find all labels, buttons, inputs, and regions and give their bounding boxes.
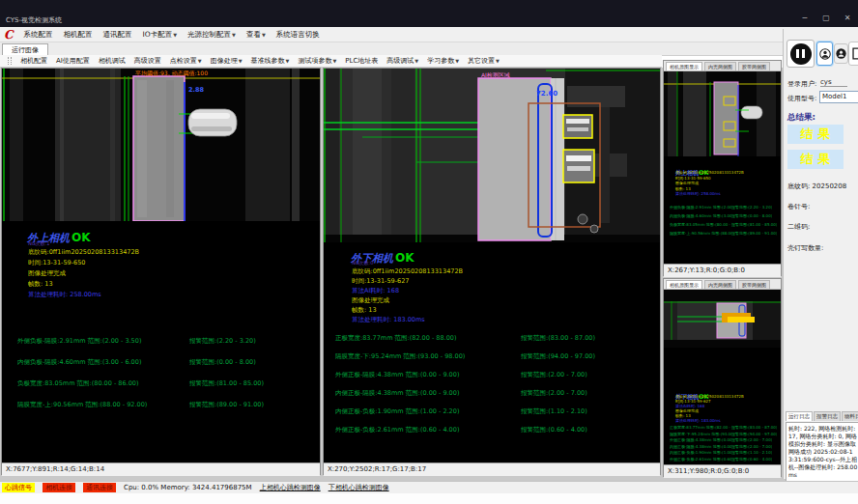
toolbar-button[interactable]: 图像处理▼ [211,56,243,66]
chevron-down-icon: ▼ [286,58,290,64]
alarm-range: 报警范围:(0.00 - 8.00) [731,211,772,220]
toolbar-button[interactable]: 点检设置▼ [170,56,202,66]
log-tab[interactable]: 报警日志 [814,411,841,421]
alarm-range: 报警范围:(89.00 - 91.00) [189,401,264,409]
thumb-view-tab[interactable]: 胶带两侧图 [738,280,770,289]
thumb-bottom-panel: 相机原图显示内壳两侧图胶带两侧图 外下相机OK 底纹码:0ff1iim20250… [663,278,782,477]
menu-item[interactable]: 查看▼ [246,30,266,40]
thumb-view-tab[interactable]: 相机原图显示 [666,280,702,289]
toolbar-button[interactable]: 高级设置▼ [134,56,161,66]
toolbar-button[interactable]: 其它设置▼ [468,56,500,66]
mid-camera-pixel-status: X:270;Y:2502;R:17;G:17;B:17 [324,462,660,476]
camera-info-line: 时间:13-31-59-627 [352,276,463,286]
measurement-row: 正极宽度:83.77mm 范围:(82.00 - 88.00) 报警范围:(83… [335,334,595,343]
mid-camera-panel: AI检测区域 72.60 外下相机OK NG次数:0 底纹码:0ff1iim20… [323,68,661,475]
camera-info-line: 图像处理完成 [352,295,463,305]
cpu-memory-status: Cpu: 0.0% Memory: 3424.41796875M [124,484,252,491]
toolbar-button[interactable]: 测试项参数▼ [298,56,336,66]
measure-overlay-label: 2.88 [188,86,205,94]
chevron-down-icon: ▼ [455,58,459,64]
top-camera-heartbeat-link[interactable]: 上相机心跳检测图像 [260,483,321,492]
app-logo-icon: C [4,29,14,41]
alarm-range: 报警范围:(2.00 - 7.00) [521,389,587,398]
toolbar-button[interactable]: AI使用配置▼ [56,56,90,66]
thumb-view-tab[interactable]: 相机原图显示 [666,62,702,70]
measurement-row: 内侧正极-负极:1.90mm 范围:(1.00 - 2.20) 报警范围:(1.… [335,407,595,416]
alarm-range: 报警范围:(2.00 - 7.00) [521,371,587,379]
operator-user-button[interactable] [816,42,833,66]
toolbar-button[interactable]: 基准线参数▼ [251,56,290,66]
toolbar-button[interactable]: 相机配置▼ [20,56,47,66]
admin-user-button[interactable] [834,43,848,64]
menu-item[interactable]: 通讯配置▼ [103,30,132,40]
logout-door-icon [851,46,858,61]
app-statusbar: 心跳信号 相机连接 通讯连接 Cpu: 0.0% Memory: 3424.41… [0,481,858,493]
chevron-down-icon: ▼ [332,58,336,64]
pause-button[interactable] [786,40,815,68]
minimize-button[interactable]: ─ [798,14,812,22]
result-ok-badge: OK [72,231,91,244]
chevron-down-icon: ▼ [262,32,266,38]
measurement-value: 内侧负极-隔膜:4.60mm 范围:(3.00 - 6.00) [670,211,731,220]
log-box[interactable]: 耗时: 222, 网络检测耗时: 17, 网络分类耗时: 0, 网络模拟分类耗时… [786,422,858,482]
thumb-view-tab[interactable]: 内壳两侧图 [704,280,736,289]
menu-item[interactable]: 系统语言切换▼ [276,30,320,40]
measurement-value: 隔膜宽度-下:95.24mm 范围:(93.00 - 98.00) [335,352,521,361]
pin-label: 卷针号: [787,202,810,211]
measure-overlay-label: 72.60 [536,90,558,98]
camera-info-line: 底纹码:0ff1iim2025020813313472B [28,247,139,258]
measurement-row: 内侧负极-隔膜:4.60mm 范围:(3.00 - 6.00) 报警范围:(0.… [17,358,264,367]
toolbar-button[interactable]: 高级调试▼ [386,56,418,66]
code-value: 20250208 [813,182,847,190]
log-tab[interactable]: 物料日志 [842,411,858,421]
login-user-value[interactable]: cys [820,78,847,87]
thumb-view-tab[interactable]: 胶带两侧图 [738,62,770,70]
toolbar-button[interactable]: 相机调试▼ [99,56,126,66]
user-dark-icon [836,47,846,60]
result-ok-badge: OK [395,251,415,265]
thumb-top-pixel-status: X:267;Y:13;R:0;G:0;B:0 [664,264,781,277]
menu-item[interactable]: IO卡配置▼ [143,30,177,40]
camera-info-line: 算法处理耗时: 183.00ms [675,418,744,423]
alarm-range: 报警范围:(89.00 - 91.00) [731,229,777,238]
alarm-range: 报警范围:(94.00 - 97.00) [521,352,595,361]
write-count-label: 壳钉写数量: [787,243,823,253]
thumb-bottom-pixel-status: X:311;Y:980;R:0;G:0;B:0 [664,464,781,478]
log-tabs: 运行日志报警日志物料日志 [786,411,858,421]
measurement-row: 外侧负极-隔膜:2.91mm 范围:(2.00 - 3.50) 报警范围:(2.… [670,203,777,211]
result-box-1: 结果 [787,125,844,144]
camera-info-line: 时间:13-31-59-650 [28,258,139,268]
log-tab[interactable]: 运行日志 [786,411,813,421]
camera-info-line: 算法AI耗时: 168 [352,286,463,295]
window-bottom-strip [0,493,858,504]
control-panel: 登录用户: cys 使用型号: Model1 总结果: 结果 结果 底纹码: 2… [783,29,858,479]
comm-status-badge: 通讯连接 [83,483,116,492]
thumb-bottom-tabs: 相机原图显示内壳两侧图胶带两侧图 [664,279,781,290]
measurement-value: 隔膜宽度-上:90.56mm 范围:(88.00 - 92.00) [17,401,189,409]
measurement-value: 外侧负极-隔膜:2.91mm 范围:(2.00 - 3.50) [17,337,189,346]
menu-item[interactable]: 相机配置▼ [64,30,93,40]
toolbar: 相机配置▼ AI使用配置▼ 相机调试▼ 高级设置▼ 点检设置▼ 图像处理▼ 基准… [0,55,662,68]
toolbar-button[interactable]: PLC地址表▼ [345,56,378,66]
model-input[interactable]: Model1 [819,91,858,103]
menu-item[interactable]: 系统配置▼ [24,30,53,40]
thumb-top-image [664,71,781,156]
logout-button[interactable] [848,42,858,66]
maximize-button[interactable]: ▢ [819,14,833,22]
close-button[interactable]: ✕ [841,14,854,22]
measurement-value: 内侧负极-隔膜:4.60mm 范围:(3.00 - 6.00) [17,358,189,367]
measurement-row: 隔膜宽度-上:90.56mm 范围:(88.00 - 92.00) 报警范围:(… [670,229,777,238]
toolbar-button[interactable]: 学习参数▼ [427,56,459,66]
menu-item[interactable]: 光源控制配置▼ [187,30,236,40]
camera-info-line: 帧数: 13 [28,279,139,290]
mid-camera-results: 外下相机OK NG次数:0 底纹码:0ff1iim202502081331347… [324,242,660,462]
camera-info-line: 底纹码:0ff1iim2025020813313472B [352,266,463,276]
thumb-top-tabs: 相机原图显示内壳两侧图胶带两侧图 [664,61,781,71]
thumb-view-tab[interactable]: 内壳两侧图 [704,62,736,70]
measurement-value: 负极宽度:83.05mm 范围:(80.00 - 86.00) [17,379,189,388]
alarm-range: 报警范围:(2.20 - 3.20) [731,203,772,211]
measurement-value: 外侧负极-隔膜:2.91mm 范围:(2.00 - 3.50) [670,203,731,211]
measurement-row: 内侧正极-隔膜:4.38mm 范围:(0.00 - 9.00) 报警范围:(2.… [335,389,595,398]
bottom-camera-heartbeat-link[interactable]: 下相机心跳检测图像 [329,483,389,492]
alarm-range: 报警范围:(81.00 - 85.00) [189,379,264,388]
